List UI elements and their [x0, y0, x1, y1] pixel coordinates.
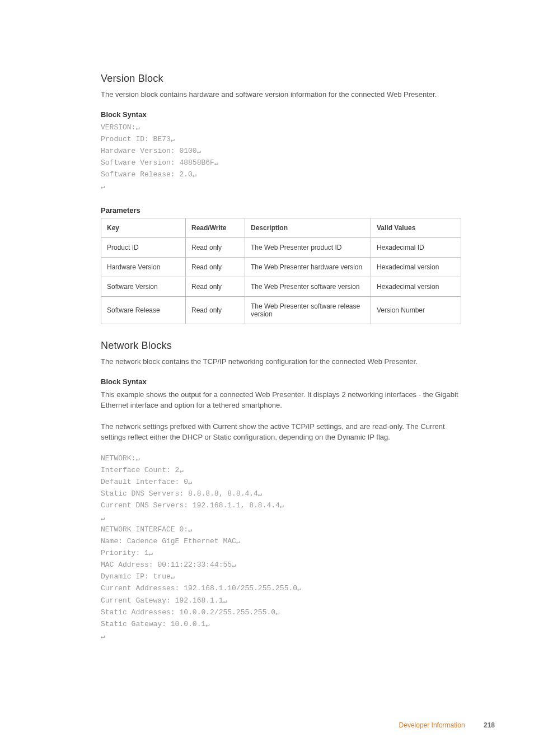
block-syntax-heading-1: Block Syntax	[101, 110, 461, 119]
table-cell: The Web Presenter software version	[245, 277, 371, 297]
code-line: Static Gateway: 10.0.0.1	[101, 619, 461, 631]
network-para-2: The network settings prefixed with Curre…	[101, 421, 461, 443]
carriage-return-icon	[232, 560, 236, 571]
table-header-row: Key Read/Write Description Valid Values	[101, 218, 461, 238]
carriage-return-icon	[101, 513, 105, 524]
code-line: Static DNS Servers: 8.8.8.8, 8.8.4.4	[101, 488, 461, 500]
section-heading-network-blocks: Network Blocks	[101, 340, 461, 352]
code-line	[101, 512, 461, 524]
table-cell: Version Number	[371, 297, 461, 324]
carriage-return-icon	[149, 548, 153, 559]
carriage-return-icon	[280, 501, 284, 512]
code-line-text: Hardware Version: 0100	[101, 147, 197, 155]
code-line-text: Dynamic IP: true	[101, 572, 171, 581]
carriage-return-icon	[236, 536, 240, 548]
code-line: Hardware Version: 0100	[101, 146, 461, 157]
code-line-text: Software Release: 2.0	[101, 170, 193, 179]
table-cell: Software Version	[101, 277, 186, 297]
code-line: NETWORK:	[101, 453, 461, 465]
code-line-text: Current DNS Servers: 192.168.1.1, 8.8.4.…	[101, 501, 280, 510]
code-block-version: VERSION:Product ID: BE73Hardware Version…	[101, 122, 461, 193]
table-cell: Read only	[186, 238, 245, 258]
table-cell: Software Release	[101, 297, 186, 324]
table-cell: The Web Presenter product ID	[245, 238, 371, 258]
code-line: Priority: 1	[101, 548, 461, 559]
table-cell: Product ID	[101, 238, 186, 258]
table-header-description: Description	[245, 218, 371, 238]
code-line-text: Name: Cadence GigE Ethernet MAC	[101, 537, 236, 545]
code-line: NETWORK INTERFACE 0:	[101, 524, 461, 536]
carriage-return-icon	[101, 181, 105, 193]
carriage-return-icon	[135, 454, 139, 465]
code-line: Dynamic IP: true	[101, 571, 461, 583]
carriage-return-icon	[188, 525, 192, 536]
code-line: MAC Address: 00:11:22:33:44:55	[101, 559, 461, 571]
network-para-1: This example shows the output for a conn…	[101, 389, 461, 411]
table-cell: Hexadecimal ID	[371, 238, 461, 258]
code-line: VERSION:	[101, 122, 461, 134]
footer-section-title: Developer Information	[399, 721, 465, 729]
code-line-text: Static Addresses: 10.0.0.2/255.255.255.0	[101, 608, 275, 617]
table-cell: The Web Presenter software release versi…	[245, 297, 371, 324]
code-line: Default Interface: 0	[101, 477, 461, 488]
parameters-table: Key Read/Write Description Valid Values …	[101, 218, 461, 324]
page-content: Version Block The version block contains…	[0, 0, 534, 642]
carriage-return-icon	[205, 619, 209, 631]
code-line: Current Addresses: 192.168.1.10/255.255.…	[101, 583, 461, 595]
code-line-text: Software Version: 48858B6F	[101, 158, 214, 167]
table-cell: Read only	[186, 297, 245, 324]
table-row: Product IDRead onlyThe Web Presenter pro…	[101, 238, 461, 258]
table-header-readwrite: Read/Write	[186, 218, 245, 238]
section-heading-version-block: Version Block	[101, 73, 461, 85]
page-footer: Developer Information 218	[399, 721, 495, 729]
table-cell: Read only	[186, 277, 245, 297]
table-header-key: Key	[101, 218, 186, 238]
carriage-return-icon	[135, 123, 139, 134]
code-line-text: VERSION:	[101, 123, 135, 132]
block-syntax-heading-2: Block Syntax	[101, 377, 461, 386]
code-line-text: Static Gateway: 10.0.0.1	[101, 620, 205, 628]
carriage-return-icon	[214, 158, 218, 169]
carriage-return-icon	[223, 596, 227, 607]
code-line: Software Version: 48858B6F	[101, 157, 461, 169]
code-line: Name: Cadence GigE Ethernet MAC	[101, 536, 461, 548]
code-line-text: NETWORK INTERFACE 0:	[101, 525, 188, 534]
carriage-return-icon	[297, 584, 301, 595]
code-line	[101, 181, 461, 193]
code-line: Current DNS Servers: 192.168.1.1, 8.8.4.…	[101, 500, 461, 512]
table-cell: Read only	[186, 258, 245, 277]
parameters-heading: Parameters	[101, 206, 461, 214]
footer-page-number: 218	[484, 721, 495, 729]
table-row: Software VersionRead onlyThe Web Present…	[101, 277, 461, 297]
code-line-text: MAC Address: 00:11:22:33:44:55	[101, 561, 232, 569]
table-cell: Hardware Version	[101, 258, 186, 277]
carriage-return-icon	[171, 134, 175, 146]
code-line	[101, 631, 461, 642]
table-cell: Hexadecimal version	[371, 277, 461, 297]
code-block-network: NETWORK:Interface Count: 2Default Interf…	[101, 453, 461, 642]
code-line-text: Current Gateway: 192.168.1.1	[101, 596, 223, 605]
carriage-return-icon	[188, 477, 192, 488]
section-intro-network-blocks: The network block contains the TCP/IP ne…	[101, 356, 461, 367]
carriage-return-icon	[258, 489, 262, 500]
section-intro-version-block: The version block contains hardware and …	[101, 89, 461, 100]
code-line-text: Default Interface: 0	[101, 478, 188, 486]
carriage-return-icon	[101, 631, 105, 642]
carriage-return-icon	[197, 146, 201, 157]
code-line-text: Interface Count: 2	[101, 466, 179, 474]
code-line-text: Current Addresses: 192.168.1.10/255.255.…	[101, 584, 297, 592]
table-cell: Hexadecimal version	[371, 258, 461, 277]
code-line: Product ID: BE73	[101, 134, 461, 146]
code-line-text: Priority: 1	[101, 549, 149, 557]
carriage-return-icon	[275, 608, 279, 619]
carriage-return-icon	[193, 170, 196, 181]
carriage-return-icon	[179, 465, 183, 477]
code-line: Current Gateway: 192.168.1.1	[101, 595, 461, 607]
code-line-text: NETWORK:	[101, 454, 135, 463]
carriage-return-icon	[171, 572, 175, 583]
table-cell: The Web Presenter hardware version	[245, 258, 371, 277]
code-line: Static Addresses: 10.0.0.2/255.255.255.0	[101, 607, 461, 619]
code-line: Interface Count: 2	[101, 465, 461, 477]
code-line-text: Product ID: BE73	[101, 135, 171, 143]
table-row: Hardware VersionRead onlyThe Web Present…	[101, 258, 461, 277]
